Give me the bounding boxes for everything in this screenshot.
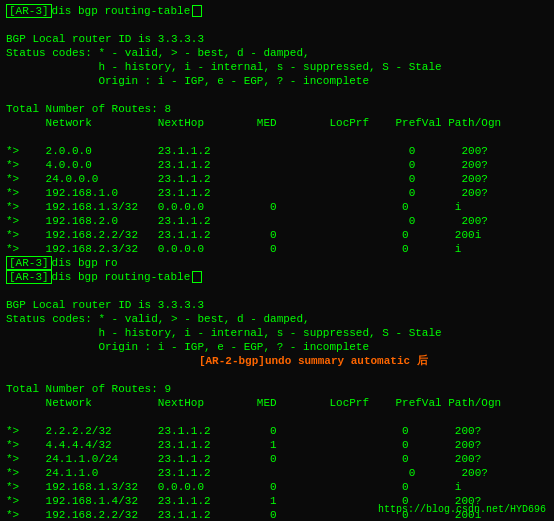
line-status-codes-2: Status codes: * - valid, > - best, d - d… bbox=[6, 312, 548, 326]
line-highlight: [AR-2-bgp]undo summary automatic 后 bbox=[6, 354, 548, 368]
row-192-168-2-2: *> 192.168.2.2/32 23.1.1.2 0 0 200i bbox=[6, 228, 548, 242]
row-24-1-1-0: *> 24.1.1.0 23.1.1.2 0 200? bbox=[6, 466, 548, 480]
line-blank-3 bbox=[6, 130, 548, 144]
row-192-168-1-0: *> 192.168.1.0 23.1.1.2 0 200? bbox=[6, 186, 548, 200]
row-24-0-0-0: *> 24.0.0.0 23.1.1.2 0 200? bbox=[6, 172, 548, 186]
line-prompt-2b: [AR-3]dis bgp routing-table bbox=[6, 270, 548, 284]
line-blank-4 bbox=[6, 284, 548, 298]
line-total-2: Total Number of Routes: 9 bbox=[6, 382, 548, 396]
row-192-168-1-3: *> 192.168.1.3/32 0.0.0.0 0 0 i bbox=[6, 200, 548, 214]
row-192-168-1-3-b: *> 192.168.1.3/32 0.0.0.0 0 0 i bbox=[6, 480, 548, 494]
line-router-id-2: BGP Local router ID is 3.3.3.3 bbox=[6, 298, 548, 312]
line-blank-2 bbox=[6, 88, 548, 102]
cmd-2a: dis bgp ro bbox=[52, 257, 118, 269]
row-4-4-4-4: *> 4.4.4.4/32 23.1.1.2 1 0 200? bbox=[6, 438, 548, 452]
table-header-1: Network NextHop MED LocPrf PrefVal Path/… bbox=[6, 116, 548, 130]
row-4-0-0-0: *> 4.0.0.0 23.1.1.2 0 200? bbox=[6, 158, 548, 172]
line-total-1: Total Number of Routes: 8 bbox=[6, 102, 548, 116]
line-1: [AR-3]dis bgp routing-table bbox=[6, 4, 548, 18]
line-origin-1: Origin : i - IGP, e - EGP, ? - incomplet… bbox=[6, 74, 548, 88]
row-2-0-0-0: *> 2.0.0.0 23.1.1.2 0 200? bbox=[6, 144, 548, 158]
line-origin-2: Origin : i - IGP, e - EGP, ? - incomplet… bbox=[6, 340, 548, 354]
line-blank-5 bbox=[6, 368, 548, 382]
cmd-2b: dis bgp routing-table bbox=[52, 271, 191, 283]
row-192-168-2-3-first: *> 192.168.2.3/32 0.0.0.0 0 0 i bbox=[6, 242, 548, 256]
line-status-h-2: h - history, i - internal, s - suppresse… bbox=[6, 326, 548, 340]
line-blank-6 bbox=[6, 410, 548, 424]
line-blank-1 bbox=[6, 18, 548, 32]
row-24-1-1-0-24: *> 24.1.1.0/24 23.1.1.2 0 0 200? bbox=[6, 452, 548, 466]
line-router-id-1: BGP Local router ID is 3.3.3.3 bbox=[6, 32, 548, 46]
prompt-2a: [AR-3] bbox=[6, 256, 52, 270]
watermark: https://blog.csdn.net/HYD696 bbox=[378, 504, 546, 515]
prompt-1: [AR-3] bbox=[6, 4, 52, 18]
terminal-window: [AR-3]dis bgp routing-table BGP Local ro… bbox=[0, 0, 554, 521]
table-header-2: Network NextHop MED LocPrf PrefVal Path/… bbox=[6, 396, 548, 410]
prompt-2b: [AR-3] bbox=[6, 270, 52, 284]
row-2-2-2-2: *> 2.2.2.2/32 23.1.1.2 0 0 200? bbox=[6, 424, 548, 438]
line-status-h-1: h - history, i - internal, s - suppresse… bbox=[6, 60, 548, 74]
cmd-1: dis bgp routing-table bbox=[52, 5, 191, 17]
row-192-168-2-0: *> 192.168.2.0 23.1.1.2 0 200? bbox=[6, 214, 548, 228]
line-status-codes-1: Status codes: * - valid, > - best, d - d… bbox=[6, 46, 548, 60]
line-prompt-2a: [AR-3]dis bgp ro bbox=[6, 256, 548, 270]
